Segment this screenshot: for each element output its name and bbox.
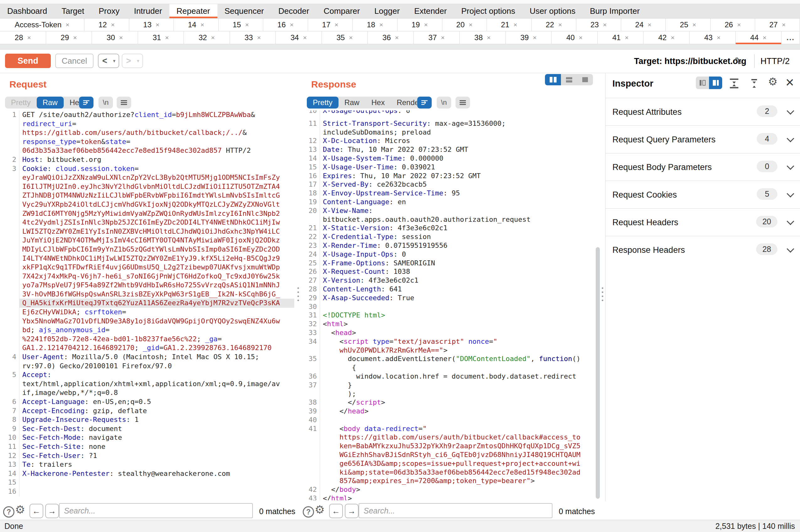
menu-item-dashboard[interactable]: Dashboard (0, 4, 54, 18)
tab-close-icon[interactable]: × (737, 21, 741, 28)
chevron-down-icon[interactable] (786, 135, 794, 142)
menu-item-project-options[interactable]: Project options (454, 4, 522, 18)
tab-close-icon[interactable]: × (424, 21, 427, 28)
repeater-tab-40[interactable]: 40× (552, 31, 598, 44)
edit-target-pencil-icon[interactable]: ✎ (734, 50, 743, 73)
tab-close-icon[interactable]: × (469, 21, 473, 28)
response-show-newlines-button[interactable]: \n (437, 97, 451, 109)
dropdown-arrow-icon[interactable]: ▼ (134, 59, 143, 63)
menu-item-proxy[interactable]: Proxy (91, 4, 127, 18)
response-editor[interactable]: 10X-Usage-Output-Ops: 011Strict-Transpor… (303, 110, 594, 500)
view-tab-raw[interactable]: Raw (37, 97, 64, 109)
more-tabs-button[interactable]: ... (781, 31, 800, 44)
tab-close-icon[interactable]: × (156, 21, 159, 28)
tab-close-icon[interactable]: × (395, 34, 399, 41)
response-word-wrap-button[interactable] (417, 97, 432, 109)
inspector-section-request-cookies[interactable]: Request Cookies5 (606, 181, 800, 209)
tab-close-icon[interactable]: × (763, 34, 766, 41)
tab-close-icon[interactable]: × (782, 21, 785, 28)
repeater-tab-21[interactable]: 21× (487, 19, 532, 31)
response-scrollbar[interactable] (596, 247, 600, 499)
request-word-wrap-button[interactable] (79, 97, 94, 109)
menu-item-extender[interactable]: Extender (407, 4, 454, 18)
menu-item-intruder[interactable]: Intruder (127, 4, 169, 18)
tab-close-icon[interactable]: × (648, 21, 651, 28)
inspector-section-request-attributes[interactable]: Request Attributes2 (606, 98, 800, 126)
menu-item-logger[interactable]: Logger (367, 4, 407, 18)
tab-close-icon[interactable]: × (245, 21, 249, 28)
tab-close-icon[interactable]: × (335, 21, 338, 28)
inspector-section-request-query-parameters[interactable]: Request Query Parameters4 (606, 126, 800, 153)
tab-close-icon[interactable]: × (349, 34, 353, 41)
search-help-icon[interactable]: ? (303, 506, 314, 517)
repeater-tab-32[interactable]: 32× (184, 31, 230, 44)
view-tab-pretty[interactable]: Pretty (5, 97, 37, 109)
request-editor[interactable]: 1GET /site/oauth2/authorize?client_id=b9… (2, 110, 294, 501)
repeater-tab-26[interactable]: 26× (710, 19, 756, 31)
menu-item-repeater[interactable]: Repeater (169, 4, 217, 18)
tab-close-icon[interactable]: × (625, 34, 628, 41)
repeater-tab-28[interactable]: 28× (0, 31, 46, 44)
repeater-tab-35[interactable]: 35× (322, 31, 368, 44)
repeater-tab-22[interactable]: 22× (532, 19, 577, 31)
send-button[interactable]: Send (5, 54, 51, 68)
layout-rows-button[interactable] (561, 74, 577, 85)
dropdown-arrow-icon[interactable]: ▼ (110, 59, 119, 63)
search-settings-gear-icon[interactable]: ⚙ (15, 503, 25, 516)
inspector-section-response-headers[interactable]: Response Headers28 (606, 236, 800, 264)
repeater-tab-12[interactable]: 12× (84, 19, 129, 31)
repeater-tab-41[interactable]: 41× (598, 31, 644, 44)
repeater-tab-25[interactable]: 25× (666, 19, 710, 31)
previous-request-button[interactable]: < ▼ (98, 54, 119, 68)
repeater-tab-20[interactable]: 20× (442, 19, 487, 31)
chevron-down-icon[interactable] (786, 217, 794, 225)
repeater-tab-access-token[interactable]: Access-Token× (0, 19, 84, 31)
tab-close-icon[interactable]: × (73, 34, 77, 41)
repeater-tab-13[interactable]: 13× (129, 19, 174, 31)
layout-single-button[interactable] (577, 74, 593, 85)
view-tab-raw[interactable]: Raw (339, 97, 365, 109)
view-tab-pretty[interactable]: Pretty (307, 97, 339, 109)
inspector-dock-right-button[interactable] (709, 77, 722, 89)
repeater-tab-24[interactable]: 24× (621, 19, 666, 31)
tab-close-icon[interactable]: × (290, 21, 294, 28)
inspector-settings-gear-icon[interactable]: ⚙ (768, 75, 777, 88)
tab-close-icon[interactable]: × (533, 34, 536, 41)
response-inspector-drag-handle[interactable] (602, 287, 604, 301)
search-prev-match-button[interactable]: ← (329, 504, 343, 518)
inspector-close-icon[interactable]: × (785, 73, 794, 91)
layout-columns-button[interactable] (545, 74, 561, 85)
repeater-tab-18[interactable]: 18× (353, 19, 398, 31)
cancel-button[interactable]: Cancel (55, 54, 94, 68)
repeater-tab-34[interactable]: 34× (276, 31, 322, 44)
menu-item-burp-importer[interactable]: Burp Importer (583, 4, 647, 18)
response-options-menu-button[interactable] (456, 97, 470, 109)
repeater-tab-44[interactable]: 44× (736, 31, 782, 44)
menu-item-comparer[interactable]: Comparer (317, 4, 367, 18)
menu-item-user-options[interactable]: User options (522, 4, 583, 18)
tab-close-icon[interactable]: × (201, 21, 204, 28)
chevron-down-icon[interactable] (786, 190, 794, 197)
repeater-tab-14[interactable]: 14× (174, 19, 219, 31)
request-search-input[interactable] (59, 503, 253, 518)
tab-close-icon[interactable]: × (303, 34, 307, 41)
tab-close-icon[interactable]: × (119, 34, 123, 41)
repeater-tab-16[interactable]: 16× (263, 19, 308, 31)
repeater-tab-15[interactable]: 15× (219, 19, 264, 31)
tab-close-icon[interactable]: × (111, 21, 115, 28)
inspector-collapse-all-icon[interactable] (748, 78, 760, 89)
repeater-tab-19[interactable]: 19× (398, 19, 442, 31)
repeater-tab-30[interactable]: 30× (92, 31, 138, 44)
inspector-dock-left-button[interactable] (696, 77, 709, 89)
tab-close-icon[interactable]: × (579, 34, 583, 41)
inspector-section-request-body-parameters[interactable]: Request Body Parameters0 (606, 153, 800, 181)
search-prev-match-button[interactable]: ← (30, 504, 43, 518)
tab-close-icon[interactable]: × (257, 34, 261, 41)
search-help-icon[interactable]: ? (3, 506, 15, 517)
repeater-tab-27[interactable]: 27× (755, 19, 800, 31)
tab-close-icon[interactable]: × (27, 34, 31, 41)
repeater-tab-42[interactable]: 42× (644, 31, 690, 44)
repeater-tab-31[interactable]: 31× (138, 31, 184, 44)
tab-close-icon[interactable]: × (514, 21, 517, 28)
tab-close-icon[interactable]: × (487, 34, 491, 41)
